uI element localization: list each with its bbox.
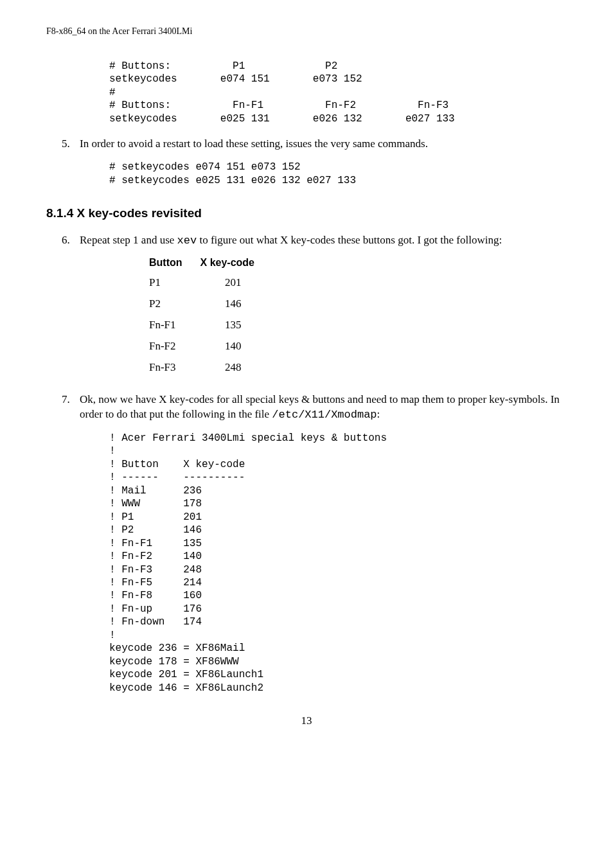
step-5: 5.In order to avoid a restart to load th… <box>46 137 567 187</box>
table-row: Fn-F1135 <box>149 315 272 336</box>
table-cell-button: Fn-F3 <box>149 357 200 378</box>
table-cell-keycode: 140 <box>200 336 272 357</box>
table-cell-button: P1 <box>149 272 200 294</box>
table-cell-keycode: 248 <box>200 357 272 378</box>
table-cell-keycode: 146 <box>200 294 272 315</box>
page-number: 13 <box>46 714 567 729</box>
step-number: 5. <box>62 137 80 152</box>
inline-code-xmodmap-path: /etc/X11/Xmodmap <box>272 409 377 421</box>
step-6-text-b: to figure out what X key-codes these but… <box>197 234 502 246</box>
code-block-setkeycodes-cmd: # setkeycodes e074 151 e073 152 # setkey… <box>109 161 567 187</box>
step-7: 7.Ok, now we have X key-codes for all sp… <box>46 393 567 695</box>
table-cell-button: Fn-F2 <box>149 336 200 357</box>
table-row: P1201 <box>149 272 272 294</box>
keycodes-table: Button X key-code P1201P2146Fn-F1135Fn-F… <box>149 252 272 378</box>
table-header-keycode: X key-code <box>200 252 272 273</box>
code-block-setkeycodes-conf: # Buttons: P1 P2 setkeycodes e074 151 e0… <box>109 60 567 125</box>
step-6: 6.Repeat step 1 and use xev to figure ou… <box>46 233 567 378</box>
table-cell-keycode: 135 <box>200 315 272 336</box>
step-7-text-b: : <box>377 408 380 420</box>
table-cell-button: P2 <box>149 294 200 315</box>
table-row: Fn-F3248 <box>149 357 272 378</box>
table-row: Fn-F2140 <box>149 336 272 357</box>
table-header-button: Button <box>149 252 200 273</box>
inline-code-xev: xev <box>177 235 197 247</box>
step-5-text: In order to avoid a restart to load thes… <box>80 137 428 150</box>
code-block-xmodmap: ! Acer Ferrari 3400Lmi special keys & bu… <box>109 432 567 695</box>
keycodes-tbody: P1201P2146Fn-F1135Fn-F2140Fn-F3248 <box>149 272 272 378</box>
step-number: 6. <box>62 233 80 248</box>
table-row: P2146 <box>149 294 272 315</box>
page-header: F8-x86_64 on the Acer Ferrari 3400LMi <box>46 26 567 38</box>
step-6-text-a: Repeat step 1 and use <box>80 234 177 246</box>
section-heading: 8.1.4 X key-codes revisited <box>46 205 567 222</box>
table-cell-keycode: 201 <box>200 272 272 294</box>
step-number: 7. <box>62 393 80 407</box>
table-cell-button: Fn-F1 <box>149 315 200 336</box>
